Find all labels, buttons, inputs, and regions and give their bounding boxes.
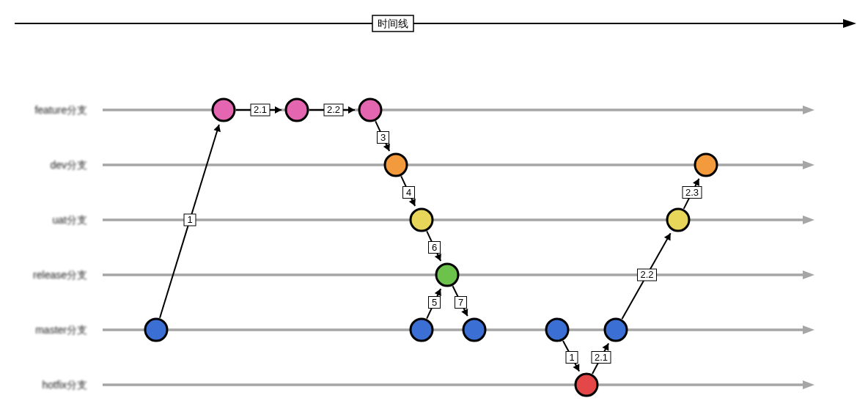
git-flow-diagram: 时间线feature分支dev分支uat分支release分支master分支h… xyxy=(0,0,868,420)
commit-node-m4 xyxy=(605,319,627,341)
commit-node-d1 xyxy=(385,154,407,176)
edge-arrow-icon xyxy=(213,125,221,132)
commit-node-m2 xyxy=(463,319,485,341)
commit-node-f3 xyxy=(359,99,381,121)
edge-label: 3 xyxy=(380,132,386,143)
edge-label: 4 xyxy=(406,187,411,198)
commit-node-u1 xyxy=(411,209,433,231)
commit-node-u2 xyxy=(667,209,689,231)
edge-label: 7 xyxy=(458,297,463,308)
commit-node-f2 xyxy=(286,99,308,121)
branch-label-feature: feature分支 xyxy=(34,104,87,116)
branch-lane-arrow-icon xyxy=(803,106,814,114)
branch-lane-arrow-icon xyxy=(803,325,814,334)
branch-label-hotfix: hotfix分支 xyxy=(43,379,87,391)
branch-label-release: release分支 xyxy=(33,269,87,281)
edge-label: 1 xyxy=(187,214,192,225)
edge-label: 6 xyxy=(432,242,437,253)
commit-node-m3 xyxy=(546,319,568,341)
timeline-title: 时间线 xyxy=(378,18,408,29)
timeline-arrow-icon xyxy=(843,19,856,28)
commit-node-f1 xyxy=(213,99,235,121)
edge-label: 2.2 xyxy=(640,269,653,280)
commit-node-h1 xyxy=(575,374,597,396)
branch-lane-arrow-icon xyxy=(803,215,814,224)
edge-arrow-icon xyxy=(348,106,355,114)
edge-label: 1 xyxy=(569,352,574,363)
edge-label: 2.3 xyxy=(685,187,699,198)
edge-arrow-icon xyxy=(275,106,282,114)
commit-node-d2 xyxy=(695,154,717,176)
branch-label-uat: uat分支 xyxy=(53,214,87,226)
edge-label: 5 xyxy=(432,297,437,308)
commit-node-m0 xyxy=(145,319,167,341)
branch-label-dev: dev分支 xyxy=(50,159,87,171)
commit-node-r1 xyxy=(436,264,458,286)
branch-lane-arrow-icon xyxy=(803,161,814,169)
branch-label-master: master分支 xyxy=(35,324,87,336)
branch-lane-arrow-icon xyxy=(803,270,814,279)
commit-node-m1 xyxy=(411,319,433,341)
branch-lane-arrow-icon xyxy=(803,380,814,389)
edge-label: 2.2 xyxy=(327,104,340,115)
edge-label: 2.1 xyxy=(254,104,267,115)
edge-label: 2.1 xyxy=(595,352,608,363)
